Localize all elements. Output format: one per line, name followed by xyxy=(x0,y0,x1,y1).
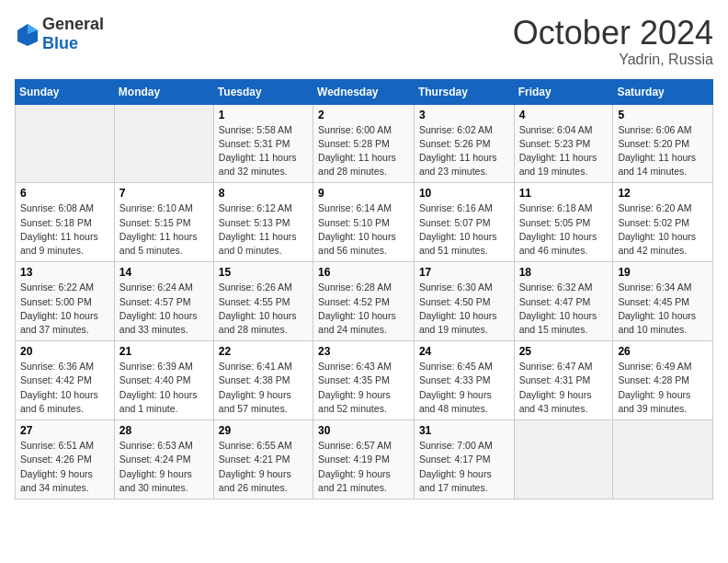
calendar-day-cell: 21Sunrise: 6:39 AMSunset: 4:40 PMDayligh… xyxy=(114,341,213,420)
logo-blue-text: Blue xyxy=(42,34,78,52)
calendar-body: 1Sunrise: 5:58 AMSunset: 5:31 PMDaylight… xyxy=(16,104,713,499)
day-number: 13 xyxy=(20,266,109,279)
day-number: 7 xyxy=(119,187,209,200)
day-number: 5 xyxy=(618,109,708,121)
logo: General Blue xyxy=(15,15,104,53)
calendar-day-cell xyxy=(613,420,713,500)
calendar-week-row: 13Sunrise: 6:22 AMSunset: 5:00 PMDayligh… xyxy=(16,262,713,341)
day-info: Sunrise: 6:18 AMSunset: 5:05 PMDaylight:… xyxy=(519,201,609,258)
location-title: Yadrin, Russia xyxy=(513,52,713,68)
day-number: 6 xyxy=(20,187,109,200)
day-info: Sunrise: 6:12 AMSunset: 5:13 PMDaylight:… xyxy=(219,201,308,258)
day-number: 31 xyxy=(419,424,509,437)
day-info: Sunrise: 6:28 AMSunset: 4:52 PMDaylight:… xyxy=(318,281,409,337)
day-info: Sunrise: 6:47 AMSunset: 4:31 PMDaylight:… xyxy=(519,360,609,416)
day-info: Sunrise: 6:14 AMSunset: 5:10 PMDaylight:… xyxy=(318,201,409,258)
weekday-header-cell: Monday xyxy=(114,79,213,104)
calendar-day-cell: 7Sunrise: 6:10 AMSunset: 5:15 PMDaylight… xyxy=(114,183,213,262)
calendar-week-row: 6Sunrise: 6:08 AMSunset: 5:18 PMDaylight… xyxy=(16,183,713,262)
calendar-day-cell: 2Sunrise: 6:00 AMSunset: 5:28 PMDaylight… xyxy=(313,104,415,183)
day-number: 28 xyxy=(119,424,209,437)
day-info: Sunrise: 6:41 AMSunset: 4:38 PMDaylight:… xyxy=(219,360,308,416)
calendar-day-cell: 31Sunrise: 7:00 AMSunset: 4:17 PMDayligh… xyxy=(414,420,514,500)
day-info: Sunrise: 6:22 AMSunset: 5:00 PMDaylight:… xyxy=(20,281,109,337)
day-number: 16 xyxy=(318,266,409,279)
day-info: Sunrise: 6:45 AMSunset: 4:33 PMDaylight:… xyxy=(419,360,509,416)
day-number: 9 xyxy=(318,187,409,200)
day-number: 20 xyxy=(20,345,109,358)
day-info: Sunrise: 6:30 AMSunset: 4:50 PMDaylight:… xyxy=(419,281,509,337)
day-number: 17 xyxy=(419,266,509,279)
title-block: October 2024 Yadrin, Russia xyxy=(513,15,713,68)
day-number: 23 xyxy=(318,345,409,358)
day-info: Sunrise: 6:04 AMSunset: 5:23 PMDaylight:… xyxy=(519,123,609,179)
day-number: 8 xyxy=(219,187,308,200)
day-info: Sunrise: 6:51 AMSunset: 4:26 PMDaylight:… xyxy=(20,439,109,495)
calendar-day-cell: 18Sunrise: 6:32 AMSunset: 4:47 PMDayligh… xyxy=(514,262,613,341)
calendar-day-cell: 3Sunrise: 6:02 AMSunset: 5:26 PMDaylight… xyxy=(414,104,514,183)
weekday-header-cell: Friday xyxy=(514,79,613,104)
weekday-header-cell: Wednesday xyxy=(313,79,415,104)
weekday-header-cell: Thursday xyxy=(414,79,514,104)
day-info: Sunrise: 6:55 AMSunset: 4:21 PMDaylight:… xyxy=(219,439,308,495)
day-number: 11 xyxy=(519,187,609,200)
calendar-day-cell: 23Sunrise: 6:43 AMSunset: 4:35 PMDayligh… xyxy=(313,341,415,420)
day-info: Sunrise: 6:10 AMSunset: 5:15 PMDaylight:… xyxy=(119,201,209,258)
day-info: Sunrise: 6:16 AMSunset: 5:07 PMDaylight:… xyxy=(419,201,509,258)
weekday-header-cell: Sunday xyxy=(16,79,115,104)
calendar-day-cell: 19Sunrise: 6:34 AMSunset: 4:45 PMDayligh… xyxy=(613,262,713,341)
calendar-day-cell: 9Sunrise: 6:14 AMSunset: 5:10 PMDaylight… xyxy=(313,183,415,262)
calendar-day-cell: 30Sunrise: 6:57 AMSunset: 4:19 PMDayligh… xyxy=(313,420,415,500)
day-info: Sunrise: 6:49 AMSunset: 4:28 PMDaylight:… xyxy=(618,360,708,416)
day-number: 1 xyxy=(219,109,308,121)
day-number: 3 xyxy=(419,109,509,121)
day-info: Sunrise: 6:06 AMSunset: 5:20 PMDaylight:… xyxy=(618,123,708,179)
day-info: Sunrise: 5:58 AMSunset: 5:31 PMDaylight:… xyxy=(219,123,308,179)
weekday-header-cell: Tuesday xyxy=(213,79,313,104)
day-number: 10 xyxy=(419,187,509,200)
day-info: Sunrise: 6:57 AMSunset: 4:19 PMDaylight:… xyxy=(318,439,409,495)
calendar-table: SundayMondayTuesdayWednesdayThursdayFrid… xyxy=(15,79,713,500)
day-number: 24 xyxy=(419,345,509,358)
calendar-day-cell xyxy=(114,104,213,183)
calendar-day-cell: 20Sunrise: 6:36 AMSunset: 4:42 PMDayligh… xyxy=(16,341,115,420)
calendar-day-cell: 13Sunrise: 6:22 AMSunset: 5:00 PMDayligh… xyxy=(16,262,115,341)
day-info: Sunrise: 6:02 AMSunset: 5:26 PMDaylight:… xyxy=(419,123,509,179)
day-number: 14 xyxy=(119,266,209,279)
calendar-day-cell: 22Sunrise: 6:41 AMSunset: 4:38 PMDayligh… xyxy=(213,341,313,420)
day-number: 18 xyxy=(519,266,609,279)
logo-general-text: General xyxy=(42,15,104,33)
day-info: Sunrise: 7:00 AMSunset: 4:17 PMDaylight:… xyxy=(419,439,509,495)
calendar-day-cell: 28Sunrise: 6:53 AMSunset: 4:24 PMDayligh… xyxy=(114,420,213,500)
calendar-week-row: 20Sunrise: 6:36 AMSunset: 4:42 PMDayligh… xyxy=(16,341,713,420)
month-title: October 2024 xyxy=(513,15,713,52)
calendar-day-cell: 8Sunrise: 6:12 AMSunset: 5:13 PMDaylight… xyxy=(213,183,313,262)
calendar-day-cell: 4Sunrise: 6:04 AMSunset: 5:23 PMDaylight… xyxy=(514,104,613,183)
day-info: Sunrise: 6:26 AMSunset: 4:55 PMDaylight:… xyxy=(219,281,308,337)
calendar-week-row: 27Sunrise: 6:51 AMSunset: 4:26 PMDayligh… xyxy=(16,420,713,500)
calendar-day-cell: 1Sunrise: 5:58 AMSunset: 5:31 PMDaylight… xyxy=(213,104,313,183)
day-info: Sunrise: 6:08 AMSunset: 5:18 PMDaylight:… xyxy=(20,201,109,258)
day-number: 4 xyxy=(519,109,609,121)
calendar-day-cell: 15Sunrise: 6:26 AMSunset: 4:55 PMDayligh… xyxy=(213,262,313,341)
day-info: Sunrise: 6:36 AMSunset: 4:42 PMDaylight:… xyxy=(20,360,109,416)
calendar-day-cell: 26Sunrise: 6:49 AMSunset: 4:28 PMDayligh… xyxy=(613,341,713,420)
calendar-day-cell xyxy=(16,104,115,183)
weekday-header-cell: Saturday xyxy=(613,79,713,104)
day-number: 25 xyxy=(519,345,609,358)
calendar-day-cell: 10Sunrise: 6:16 AMSunset: 5:07 PMDayligh… xyxy=(414,183,514,262)
weekday-header-row: SundayMondayTuesdayWednesdayThursdayFrid… xyxy=(16,79,713,104)
day-number: 21 xyxy=(119,345,209,358)
day-info: Sunrise: 6:00 AMSunset: 5:28 PMDaylight:… xyxy=(318,123,409,179)
day-number: 29 xyxy=(219,424,308,437)
day-number: 30 xyxy=(318,424,409,437)
calendar-day-cell: 5Sunrise: 6:06 AMSunset: 5:20 PMDaylight… xyxy=(613,104,713,183)
logo-icon xyxy=(15,21,40,47)
calendar-day-cell: 27Sunrise: 6:51 AMSunset: 4:26 PMDayligh… xyxy=(16,420,115,500)
day-number: 26 xyxy=(618,345,708,358)
calendar-day-cell: 16Sunrise: 6:28 AMSunset: 4:52 PMDayligh… xyxy=(313,262,415,341)
day-info: Sunrise: 6:24 AMSunset: 4:57 PMDaylight:… xyxy=(119,281,209,337)
day-number: 27 xyxy=(20,424,109,437)
calendar-day-cell: 12Sunrise: 6:20 AMSunset: 5:02 PMDayligh… xyxy=(613,183,713,262)
calendar-day-cell: 11Sunrise: 6:18 AMSunset: 5:05 PMDayligh… xyxy=(514,183,613,262)
